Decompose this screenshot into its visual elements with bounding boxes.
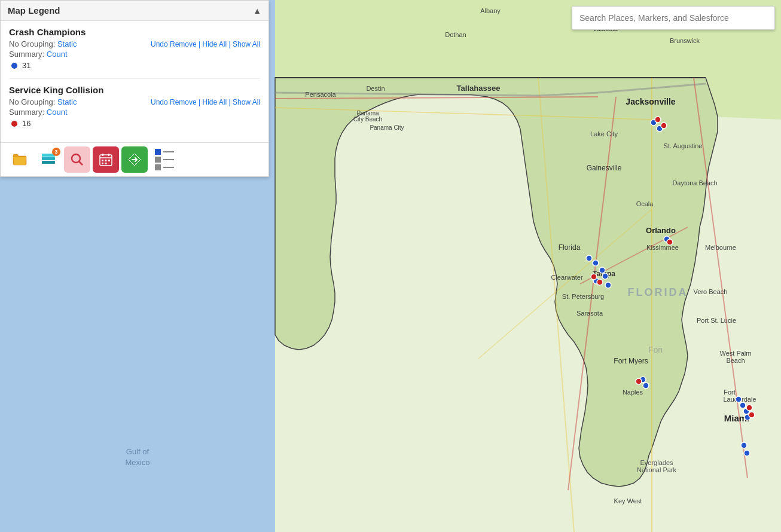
svg-point-78 xyxy=(749,412,755,418)
svg-rect-91 xyxy=(102,163,103,164)
layer-divider xyxy=(9,78,260,79)
list-line-3 xyxy=(163,167,174,168)
svg-text:Gainesville: Gainesville xyxy=(587,164,622,172)
svg-text:Florida: Florida xyxy=(559,243,581,252)
layer-section-service-king: Service King Collision No Grouping: Stat… xyxy=(9,85,260,128)
svg-text:Mexico: Mexico xyxy=(125,458,150,467)
legend-title: Map Legend xyxy=(8,5,60,16)
list-square-gray2 xyxy=(155,164,161,170)
svg-text:Ocala: Ocala xyxy=(636,200,654,207)
svg-text:Fort Myers: Fort Myers xyxy=(614,357,648,365)
service-king-summary: Summary: Count xyxy=(9,108,260,117)
svg-text:Naples: Naples xyxy=(623,389,643,396)
svg-point-76 xyxy=(636,378,642,384)
svg-text:Port St. Lucie: Port St. Lucie xyxy=(697,317,736,324)
legend-body: Crash Champions No Grouping: Static Undo… xyxy=(1,21,269,142)
svg-point-71 xyxy=(655,117,661,123)
svg-text:Gulf of: Gulf of xyxy=(126,447,150,456)
crash-champions-undo-remove: Undo Remove | xyxy=(151,40,203,48)
svg-point-74 xyxy=(591,274,597,280)
service-king-summary-label: Summary: xyxy=(9,108,44,117)
list-line-2 xyxy=(163,159,174,160)
list-row-2 xyxy=(155,157,174,163)
svg-point-57 xyxy=(586,255,592,261)
svg-point-82 xyxy=(72,154,80,163)
svg-point-66 xyxy=(740,402,746,408)
svg-point-75 xyxy=(597,279,603,285)
crash-champions-grouping: No Grouping: Static xyxy=(9,39,77,48)
crash-champions-grouping-label: No Grouping: xyxy=(9,39,55,48)
svg-point-70 xyxy=(744,450,750,456)
service-king-actions: Undo Remove | Hide All | Show All xyxy=(151,98,260,106)
svg-rect-80 xyxy=(42,157,55,160)
service-king-undo-remove: Undo Remove | xyxy=(151,98,203,106)
svg-rect-90 xyxy=(108,160,110,161)
crash-champions-summary-label: Summary: xyxy=(9,50,44,59)
service-king-show-all[interactable]: Show All xyxy=(233,98,260,106)
calendar-button[interactable] xyxy=(93,146,119,173)
service-king-summary-value[interactable]: Count xyxy=(47,108,68,117)
svg-text:West Palm: West Palm xyxy=(720,350,752,357)
search-legend-button[interactable] xyxy=(64,146,90,173)
layers-button[interactable]: 3 xyxy=(35,146,62,173)
search-input[interactable] xyxy=(579,13,767,23)
legend-list-icon xyxy=(155,149,174,170)
svg-text:Albany: Albany xyxy=(480,7,501,14)
crash-champions-summary-value[interactable]: Count xyxy=(47,50,68,59)
svg-text:Fort: Fort xyxy=(724,389,736,396)
service-king-count: 16 xyxy=(22,119,30,128)
service-king-grouping-label: No Grouping: xyxy=(9,97,55,106)
svg-point-58 xyxy=(593,260,599,266)
direction-button[interactable] xyxy=(121,146,148,173)
svg-text:St. Augustine: St. Augustine xyxy=(664,142,703,149)
svg-text:St. Petersburg: St. Petersburg xyxy=(562,293,604,300)
layers-badge: 3 xyxy=(52,148,60,156)
service-king-hide-all[interactable]: Hide All xyxy=(202,98,227,106)
svg-text:Daytona Beach: Daytona Beach xyxy=(672,179,717,186)
crash-champions-grouping-value[interactable]: Static xyxy=(57,39,77,48)
svg-rect-92 xyxy=(105,163,107,164)
svg-text:Brunswick: Brunswick xyxy=(670,37,700,44)
svg-text:Fon: Fon xyxy=(648,345,663,354)
service-king-grouping-value[interactable]: Static xyxy=(57,97,77,106)
svg-point-73 xyxy=(667,239,673,245)
list-row-1 xyxy=(155,149,174,155)
svg-text:Kissimmee: Kissimmee xyxy=(646,244,679,251)
svg-point-77 xyxy=(746,405,752,411)
svg-point-72 xyxy=(661,123,667,129)
svg-point-59 xyxy=(599,267,605,273)
svg-point-60 xyxy=(602,273,608,279)
svg-text:Vero Beach: Vero Beach xyxy=(694,288,728,295)
crash-champions-hide-all[interactable]: Hide All xyxy=(202,40,227,48)
svg-point-62 xyxy=(605,282,611,288)
svg-rect-89 xyxy=(105,160,107,161)
svg-text:Sarasota: Sarasota xyxy=(576,310,603,317)
svg-text:Everglades: Everglades xyxy=(640,459,673,466)
crash-champions-show-all[interactable]: Show All xyxy=(233,40,260,48)
search-bar xyxy=(572,6,775,30)
legend-panel: Map Legend ▲ Crash Champions No Grouping… xyxy=(0,0,269,177)
legend-toolbar: 3 xyxy=(1,142,269,176)
svg-text:Destin: Destin xyxy=(366,85,385,92)
svg-point-69 xyxy=(741,442,747,448)
list-row-3 xyxy=(155,164,174,170)
svg-text:Melbourne: Melbourne xyxy=(705,244,736,251)
crash-champions-title: Crash Champions xyxy=(9,27,260,37)
service-king-grouping: No Grouping: Static xyxy=(9,97,77,106)
svg-text:Jacksonville: Jacksonville xyxy=(626,97,675,106)
crash-champions-meta-row: No Grouping: Static Undo Remove | Hide A… xyxy=(9,39,260,48)
svg-text:Orlando: Orlando xyxy=(646,226,676,235)
folder-button[interactable] xyxy=(7,146,33,173)
svg-rect-79 xyxy=(42,161,55,164)
svg-text:FLORIDA: FLORIDA xyxy=(628,286,688,298)
list-square-blue xyxy=(155,149,161,155)
svg-text:Lake City: Lake City xyxy=(590,130,618,137)
service-king-title: Service King Collision xyxy=(9,85,260,95)
crash-champions-count-row: 31 xyxy=(11,61,260,70)
svg-text:Key West: Key West xyxy=(614,497,642,505)
legend-header: Map Legend ▲ xyxy=(1,1,269,21)
legend-collapse-btn[interactable]: ▲ xyxy=(253,6,261,16)
crash-champions-actions: Undo Remove | Hide All | Show All xyxy=(151,40,260,48)
svg-text:City Beach: City Beach xyxy=(353,116,382,123)
service-king-dot xyxy=(11,121,17,127)
